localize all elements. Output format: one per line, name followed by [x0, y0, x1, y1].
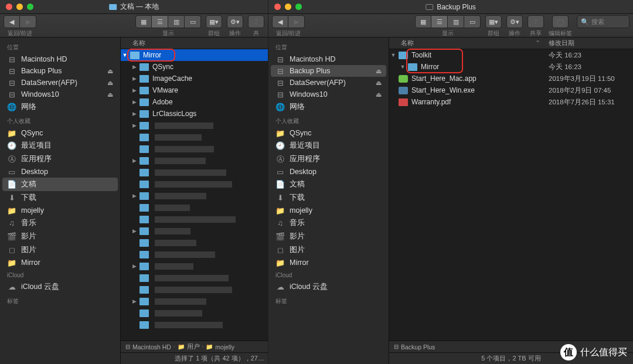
file-row-redacted[interactable] — [121, 131, 268, 143]
close-button[interactable] — [274, 4, 281, 10]
maximize-button[interactable] — [27, 4, 33, 10]
sidebar-item[interactable]: 📁mojelly — [268, 205, 389, 216]
file-row-redacted[interactable] — [121, 213, 268, 225]
col-date[interactable]: 修改日期 — [545, 39, 633, 47]
group-button[interactable]: ▦▾ — [485, 15, 502, 28]
eject-icon[interactable]: ⏏ — [376, 67, 382, 75]
icon-view-button[interactable]: ▦ — [415, 15, 431, 28]
sidebar-item[interactable]: ⊟Backup Plus⏏ — [271, 65, 386, 77]
titlebar[interactable]: 文稿 — 本地 — [0, 0, 268, 14]
sidebar-item[interactable]: 📁mojelly — [0, 205, 120, 216]
column-view-button[interactable]: ▥ — [448, 15, 464, 28]
sidebar-item[interactable]: ▭Desktop — [0, 166, 120, 178]
column-header[interactable]: 名称 — [121, 38, 268, 49]
back-button[interactable]: ◀ — [4, 15, 20, 28]
forward-button[interactable]: ▶ — [20, 15, 36, 28]
path-segment[interactable]: 用户 — [187, 343, 200, 351]
sidebar-item[interactable]: 🎬影片 — [268, 230, 389, 243]
sidebar-item[interactable]: ⊟Macintosh HD — [268, 53, 389, 65]
sidebar-item[interactable]: ◻图片 — [268, 243, 389, 257]
col-name[interactable]: 名称 — [389, 39, 535, 47]
maximize-button[interactable] — [295, 4, 302, 10]
share-button[interactable]: ⤴ — [248, 15, 264, 28]
file-row-redacted[interactable] — [121, 249, 268, 260]
path-bar[interactable]: ⊟Macintosh HD›📁用户›📁mojelly — [121, 341, 268, 352]
file-row[interactable]: ▶LrClassicLogs — [121, 108, 268, 120]
eject-icon[interactable]: ⏏ — [107, 67, 113, 75]
list-view-button[interactable]: ☰ — [152, 15, 168, 28]
group-button[interactable]: ▦▾ — [206, 15, 222, 28]
path-segment[interactable]: mojelly — [215, 343, 234, 351]
share-button[interactable]: ⤴ — [528, 15, 544, 28]
search-input[interactable]: 🔍 搜索 — [577, 15, 629, 28]
sidebar-item[interactable]: ⊟Macintosh HD — [0, 53, 120, 65]
minimize-button[interactable] — [16, 4, 23, 10]
sidebar-item[interactable]: 🌐网络 — [0, 100, 120, 114]
file-row-redacted[interactable] — [121, 143, 268, 155]
sidebar-item[interactable]: 📄文稿 — [2, 178, 118, 191]
eject-icon[interactable]: ⏏ — [376, 79, 382, 87]
disclosure-arrow[interactable]: ▶ — [130, 111, 138, 117]
file-row-redacted[interactable]: ▶ — [121, 225, 268, 237]
sidebar-item[interactable]: ⊟Windows10⏏ — [268, 89, 389, 100]
file-row-redacted[interactable]: ▶ — [121, 155, 268, 166]
sidebar-item[interactable]: ▭Desktop — [268, 166, 389, 178]
sidebar-item[interactable]: 🕘最近项目 — [0, 139, 120, 152]
file-row-redacted[interactable]: ▶ — [121, 260, 268, 272]
file-row-redacted[interactable] — [121, 166, 268, 178]
eject-icon[interactable]: ⏏ — [376, 91, 382, 98]
sidebar-item[interactable]: ⊟Backup Plus⏏ — [0, 65, 120, 77]
file-row-redacted[interactable]: ▶ — [121, 295, 268, 307]
file-list[interactable]: ▼Toolkit今天 16:23▼Mirror今天 16:23Start_Her… — [389, 49, 633, 341]
file-row-redacted[interactable] — [121, 178, 268, 190]
disclosure-arrow[interactable]: ▼ — [399, 64, 407, 70]
gallery-view-button[interactable]: ▭ — [185, 15, 201, 28]
file-row[interactable]: Start_Here_Win.exe2018年2月9日 07:45 — [389, 84, 633, 96]
path-segment[interactable]: Macintosh HD — [132, 343, 171, 351]
sidebar-item[interactable]: Ⓐ应用程序 — [0, 152, 120, 166]
tags-button[interactable]: ◯ — [552, 15, 569, 28]
sidebar-item[interactable]: 🎬影片 — [0, 230, 120, 243]
sidebar-item[interactable]: 📁Mirror — [268, 257, 389, 268]
file-row-redacted[interactable]: ▶ — [121, 120, 268, 131]
icon-view-button[interactable]: ▦ — [135, 15, 152, 28]
sidebar-item[interactable]: ⬇下载 — [0, 191, 120, 205]
disclosure-arrow[interactable]: ▼ — [389, 52, 397, 58]
file-row[interactable]: ▶ImageCache — [121, 73, 268, 84]
sidebar-item[interactable]: 📁QSync — [268, 127, 389, 139]
file-row-redacted[interactable]: ▶ — [121, 190, 268, 202]
file-row[interactable]: ▶Adobe — [121, 96, 268, 108]
column-view-button[interactable]: ▥ — [168, 15, 185, 28]
sidebar-item[interactable]: ☁iCloud 云盘 — [268, 280, 389, 294]
file-row-redacted[interactable] — [121, 284, 268, 295]
sidebar-item[interactable]: ⊟Windows10⏏ — [0, 89, 120, 100]
col-name[interactable]: 名称 — [121, 39, 268, 47]
sidebar-item[interactable]: Ⓐ应用程序 — [268, 152, 389, 166]
disclosure-arrow[interactable]: ▶ — [130, 76, 138, 81]
file-row-redacted[interactable] — [121, 202, 268, 213]
file-row-redacted[interactable] — [121, 272, 268, 284]
path-segment[interactable]: Backup Plus — [401, 343, 435, 351]
sidebar-item[interactable]: 🕘最近项目 — [268, 139, 389, 152]
file-row[interactable]: ▼Mirror今天 16:23 — [389, 61, 633, 73]
eject-icon[interactable]: ⏏ — [107, 79, 113, 87]
file-row[interactable]: Warranty.pdf2018年7月26日 15:31 — [389, 96, 633, 108]
action-button[interactable]: ⚙▾ — [506, 15, 523, 28]
file-row-redacted[interactable] — [121, 307, 268, 319]
disclosure-arrow[interactable]: ▶ — [130, 64, 138, 70]
list-view-button[interactable]: ☰ — [431, 15, 448, 28]
disclosure-arrow[interactable]: ▶ — [130, 87, 138, 93]
action-button[interactable]: ⚙▾ — [227, 15, 243, 28]
file-row[interactable]: Start_Here_Mac.app2019年3月19日 11:50 — [389, 73, 633, 84]
sidebar-item[interactable]: ☁iCloud 云盘 — [0, 280, 120, 294]
file-row-redacted[interactable] — [121, 319, 268, 331]
sidebar-item[interactable]: ◻图片 — [0, 243, 120, 257]
file-row[interactable]: ▼Mirror — [121, 49, 268, 61]
column-header[interactable]: 名称 ⌃ 修改日期 — [389, 38, 633, 49]
file-row[interactable]: ▼Toolkit今天 16:23 — [389, 49, 633, 61]
sidebar-item[interactable]: ⬇下载 — [268, 191, 389, 205]
file-row[interactable]: ▶QSync — [121, 61, 268, 73]
titlebar[interactable]: Backup Plus — [268, 0, 633, 14]
sidebar-item[interactable]: 📄文稿 — [268, 178, 389, 191]
back-button[interactable]: ◀ — [272, 15, 288, 28]
